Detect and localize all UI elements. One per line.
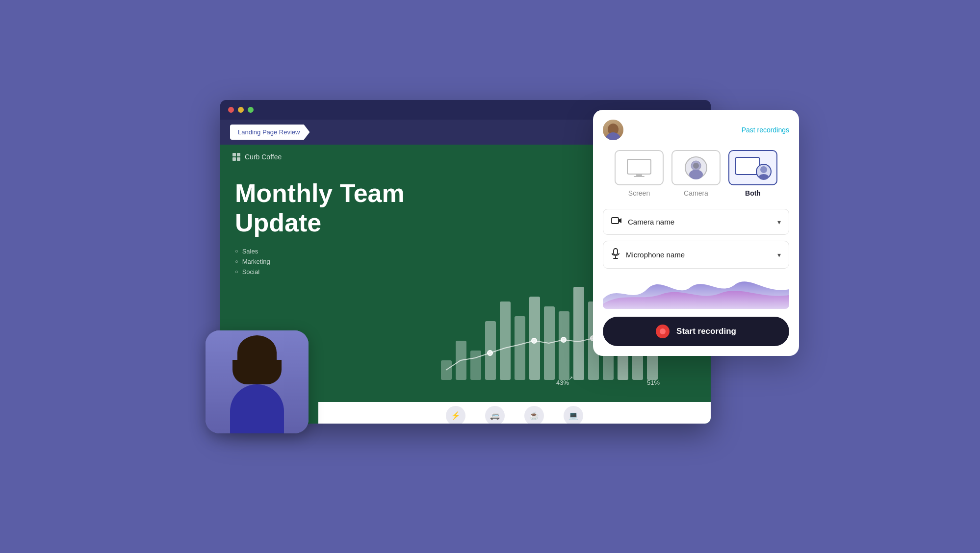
panel-avatar xyxy=(603,120,623,140)
breadcrumb[interactable]: Landing Page Review xyxy=(230,125,309,140)
minimize-dot[interactable] xyxy=(238,107,244,113)
svg-rect-8 xyxy=(500,302,511,380)
camera-dropdown-label: Camera name xyxy=(628,218,772,226)
camera-dropdown-arrow: ▾ xyxy=(777,218,781,226)
camera-dropdown[interactable]: Camera name ▾ xyxy=(603,209,789,235)
svg-rect-40 xyxy=(614,249,618,255)
mode-screen[interactable]: Screen xyxy=(615,150,664,197)
bottom-icons-bar: ⚡ 🚐 ☕ 💻 xyxy=(318,402,711,424)
mic-icon xyxy=(611,248,620,259)
screen-icon-box[interactable] xyxy=(615,150,664,185)
person-hair xyxy=(237,335,277,370)
screen-icon xyxy=(626,158,652,177)
mode-selector: Screen Camera xyxy=(603,150,789,197)
close-dot[interactable] xyxy=(228,107,234,113)
svg-rect-13 xyxy=(573,287,584,380)
svg-rect-9 xyxy=(515,316,525,380)
microphone-dropdown-icon xyxy=(611,248,620,261)
svg-point-38 xyxy=(759,174,769,180)
recording-panel: Past recordings Screen xyxy=(593,110,799,356)
svg-text:43%: 43% xyxy=(556,379,569,386)
microphone-dropdown-arrow: ▾ xyxy=(777,251,781,259)
svg-text:51%: 51% xyxy=(647,379,660,386)
svg-rect-29 xyxy=(636,174,642,176)
icon-2: 🚐 xyxy=(485,406,505,424)
svg-text:↗: ↗ xyxy=(568,375,573,381)
screen-mode-label: Screen xyxy=(628,189,650,197)
person-torso xyxy=(230,384,284,433)
icon-3: ☕ xyxy=(524,406,544,424)
logo-icon xyxy=(232,152,241,161)
microphone-dropdown-label: Microphone name xyxy=(626,251,772,259)
past-recordings-link[interactable]: Past recordings xyxy=(742,126,789,134)
camera-dropdown-icon xyxy=(611,216,622,227)
camera-icon-box[interactable] xyxy=(671,150,721,185)
svg-point-19 xyxy=(488,351,492,355)
start-recording-label: Start recording xyxy=(676,327,736,336)
icon-1: ⚡ xyxy=(446,406,465,424)
svg-rect-6 xyxy=(470,351,481,380)
svg-rect-2 xyxy=(232,157,236,161)
audio-waveform xyxy=(603,275,789,309)
avatar-image xyxy=(603,120,623,140)
start-recording-button[interactable]: Start recording xyxy=(603,317,789,346)
svg-point-37 xyxy=(760,166,767,173)
both-icon xyxy=(733,154,773,181)
both-mode-label: Both xyxy=(745,189,761,197)
icon-4: 💻 xyxy=(564,406,583,424)
svg-rect-12 xyxy=(559,311,569,380)
record-dot-inner xyxy=(660,328,666,334)
wave-svg xyxy=(603,275,789,309)
mode-both[interactable]: Both xyxy=(728,150,777,197)
camera-icon xyxy=(684,156,708,179)
panel-header: Past recordings xyxy=(603,120,789,140)
svg-rect-30 xyxy=(634,176,645,177)
svg-rect-3 xyxy=(237,157,240,161)
both-icon-box[interactable] xyxy=(728,150,777,185)
svg-point-34 xyxy=(689,170,703,179)
svg-point-33 xyxy=(693,163,699,169)
svg-point-21 xyxy=(561,337,566,342)
microphone-dropdown[interactable]: Microphone name ▾ xyxy=(603,241,789,269)
hero-title: Monthly Team Update xyxy=(235,179,421,238)
video-icon xyxy=(611,216,622,225)
site-logo: Curb Coffee xyxy=(245,153,282,161)
svg-point-20 xyxy=(532,338,537,343)
svg-rect-28 xyxy=(627,159,651,174)
svg-rect-0 xyxy=(232,153,236,156)
mode-camera[interactable]: Camera xyxy=(671,150,721,197)
camera-mode-label: Camera xyxy=(684,189,708,197)
svg-rect-39 xyxy=(612,218,619,224)
maximize-dot[interactable] xyxy=(248,107,254,113)
svg-rect-1 xyxy=(237,153,240,156)
user-avatar-bottom xyxy=(206,330,309,433)
record-indicator xyxy=(656,325,670,338)
